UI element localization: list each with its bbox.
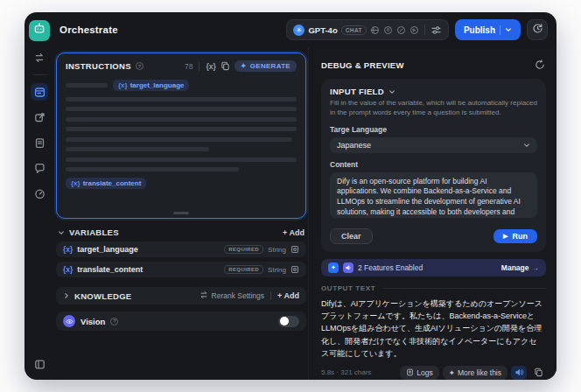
version-history-button[interactable]	[527, 19, 548, 40]
add-knowledge-button[interactable]: + Add	[277, 291, 299, 300]
output-footer: 5.8s · 321 chars Logs ✦ More like this	[321, 366, 546, 380]
chevron-down-icon[interactable]	[58, 229, 65, 236]
variable-row-translate-content[interactable]: {x} translate_content REQUIRED String	[56, 262, 306, 277]
openai-icon: ✳	[293, 24, 304, 36]
insert-variable-icon[interactable]: {x}	[206, 62, 215, 71]
redacted-text-bar	[66, 97, 297, 102]
input-field-toggle[interactable]: INPUT FIELD	[330, 87, 537, 96]
more-like-this-feature-icon: ✦	[328, 262, 339, 273]
debug-preview-panel: DEBUG & PREVIEW INPUT FIELD Fill in the …	[308, 47, 556, 380]
rail-divider	[32, 74, 46, 75]
arrow-right-icon: →	[532, 263, 540, 272]
chat-mode-badge: CHAT	[341, 25, 367, 35]
app-switcher-icon[interactable]	[31, 49, 48, 66]
rerank-icon	[200, 290, 208, 301]
chevron-right-icon[interactable]	[63, 292, 70, 299]
vision-eye-icon	[63, 315, 75, 327]
variable-row-target-language[interactable]: {x} target_language REQUIRED String	[56, 242, 306, 257]
redacted-text-bar	[66, 107, 297, 111]
globe-capability-icon	[370, 25, 380, 35]
sidebar-item-monitoring[interactable]	[31, 185, 48, 202]
text-to-speech-button[interactable]	[511, 366, 527, 380]
redacted-text-bar	[66, 83, 108, 88]
target-language-label: Targe Language	[330, 125, 537, 134]
run-button[interactable]: ▶ Run	[494, 229, 537, 243]
instructions-panel[interactable]: INSTRUCTIONS ? 78 {x} ✦ GENERATE {	[56, 52, 306, 219]
logs-button[interactable]: Logs	[400, 366, 438, 380]
vision-label: Vision	[80, 317, 105, 326]
variable-chip-translate-content[interactable]: {x} translate_content	[66, 178, 146, 189]
output-header: OUTPUT TEXT	[321, 284, 546, 292]
more-like-this-button[interactable]: ✦ More like this	[443, 366, 508, 380]
tool-capability-icon	[396, 25, 406, 35]
generate-button[interactable]: ✦ GENERATE	[234, 60, 297, 72]
sparkle-icon: ✦	[449, 368, 455, 377]
prompt-editor[interactable]: {x} target_language {x} translate_conten…	[66, 80, 297, 189]
char-count: 78	[185, 62, 192, 71]
manage-features-button[interactable]: Manage →	[501, 263, 539, 272]
debug-title: DEBUG & PREVIEW	[321, 60, 404, 70]
title-bar: Orchestrate ✳ GPT-4o CHAT	[54, 12, 556, 47]
redacted-text-bar	[66, 158, 297, 162]
redacted-text-bar	[66, 127, 297, 131]
add-variable-button[interactable]: + Add	[283, 228, 304, 237]
sparkle-icon: ✦	[241, 62, 247, 70]
collapse-sidebar-icon[interactable]	[31, 355, 48, 373]
page-title: Orchestrate	[60, 24, 118, 35]
history-icon	[532, 22, 543, 38]
help-icon[interactable]: ?	[110, 318, 118, 326]
chevron-down-icon	[505, 25, 512, 35]
content-textarea[interactable]: Dify is an open-source platform for buil…	[330, 172, 537, 218]
chevron-down-icon	[388, 88, 396, 95]
sidebar-item-api-access[interactable]	[31, 108, 48, 126]
text-to-speech-feature-icon	[343, 262, 354, 273]
variable-chip-target-language[interactable]: {x} target_language	[113, 80, 189, 91]
configuration-column: INSTRUCTIONS ? 78 {x} ✦ GENERATE {	[54, 47, 308, 380]
features-enabled-label: 2 Features Enabled	[358, 263, 423, 272]
target-language-select[interactable]: Japanese	[330, 137, 537, 153]
clear-button[interactable]: Clear	[330, 228, 373, 244]
app-window: Orchestrate ✳ GPT-4o CHAT	[24, 12, 556, 380]
model-selector[interactable]: ✳ GPT-4o CHAT	[286, 19, 448, 40]
resize-handle[interactable]	[173, 212, 189, 214]
vision-section: Vision ?	[56, 312, 306, 331]
required-badge: REQUIRED	[224, 245, 263, 254]
help-icon[interactable]: ?	[136, 62, 144, 70]
model-settings-icon[interactable]	[430, 24, 442, 36]
refresh-icon[interactable]	[535, 60, 546, 71]
icon-rail	[24, 12, 54, 380]
variable-settings-icon[interactable]	[290, 245, 299, 254]
model-name: GPT-4o	[308, 25, 337, 35]
chevron-down-icon	[523, 142, 530, 149]
variable-settings-icon[interactable]	[290, 265, 299, 274]
input-field-description: Fill in the value of the variable, which…	[330, 99, 537, 118]
redacted-text-bar	[66, 137, 292, 142]
file-capability-icon	[383, 25, 393, 35]
app-logo[interactable]	[29, 20, 50, 41]
audio-capability-icon	[410, 25, 419, 35]
knowledge-section: KNOWLEDGE Rerank Settings + Add	[56, 287, 306, 304]
content-label: Content	[330, 160, 537, 169]
rerank-settings-button[interactable]: Rerank Settings	[200, 290, 264, 301]
required-badge: REQUIRED	[224, 265, 263, 274]
publish-button[interactable]: Publish	[455, 19, 521, 40]
instructions-title: INSTRUCTIONS	[66, 61, 131, 71]
play-icon: ▶	[503, 233, 508, 240]
variable-type: String	[268, 266, 286, 274]
variables-header: VARIABLES + Add	[56, 228, 306, 237]
copy-output-button[interactable]	[530, 366, 546, 380]
copy-prompt-icon[interactable]	[220, 61, 230, 71]
robot-icon	[32, 22, 46, 39]
copy-icon	[534, 368, 543, 377]
sidebar-item-annotation[interactable]	[31, 159, 48, 177]
redacted-text-bar	[66, 117, 297, 122]
sidebar-item-logs[interactable]	[31, 134, 48, 151]
logs-icon	[406, 368, 414, 376]
sidebar-item-orchestrate[interactable]	[31, 83, 48, 101]
features-bar: ✦ 2 Features Enabled Manage →	[321, 259, 546, 276]
variable-type: String	[268, 246, 286, 254]
input-field-card: INPUT FIELD Fill in the value of the var…	[321, 79, 546, 252]
output-text: Difyは、AIアプリケーションを構築するためのオープンソースプラットフォームで…	[321, 298, 546, 360]
generation-stats: 5.8s · 321 chars	[321, 368, 371, 376]
vision-toggle[interactable]	[278, 316, 299, 327]
